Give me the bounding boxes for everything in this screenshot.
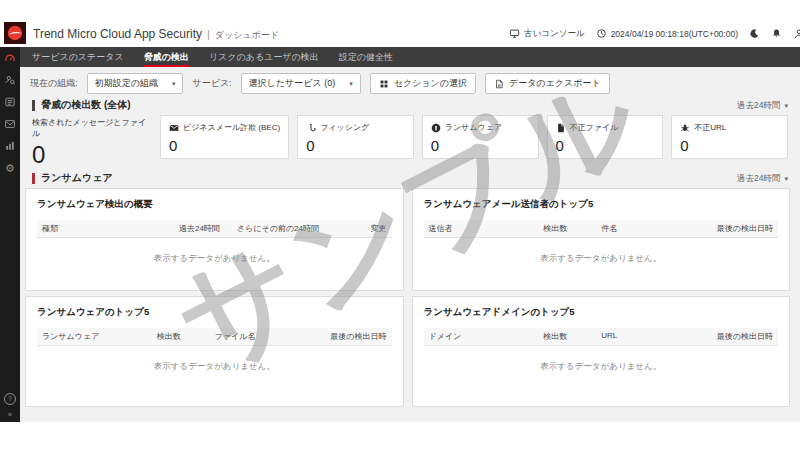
select-sections-button[interactable]: セクションの選択	[370, 73, 476, 94]
kpi-label: ランサムウェア	[445, 122, 502, 133]
collapse-icon[interactable]: »	[8, 411, 12, 419]
column-header: URL	[601, 331, 693, 342]
service-dropdown[interactable]: 選択したサービス (0) ▾	[241, 73, 361, 94]
ransomware-section-header: ランサムウェア	[32, 171, 113, 185]
console-monitor-icon	[509, 28, 520, 39]
export-data-button[interactable]: データのエクスポート	[485, 73, 610, 94]
column-header: ファイル名	[215, 331, 307, 342]
ransomware-icon	[431, 123, 441, 133]
column-header: 件名	[601, 223, 693, 234]
scanned-total-card: 検索されたメッセージとファイル 0	[32, 117, 154, 167]
tab-config-health[interactable]: 設定の健全性	[339, 47, 393, 67]
ransomware-time-range[interactable]: 過去24時間 ▾	[737, 173, 788, 185]
empty-state-message: 表示するデータがありません。	[424, 361, 779, 373]
malicious-url-icon	[680, 123, 690, 133]
panel-title: ランサムウェアドメインのトップ5	[424, 306, 779, 319]
notifications-bell-icon[interactable]	[771, 28, 782, 39]
kpi-card-bec: ビジネスメール詐欺 (BEC) 0	[160, 115, 289, 159]
threat-totals-title: 脅威の検出数 (全体)	[41, 98, 131, 112]
org-dropdown-value: 初期設定の組織	[95, 77, 158, 90]
filter-toolbar: 現在の組織: 初期設定の組織 ▾ サービス: 選択したサービス (0) ▾ セク…	[30, 73, 610, 94]
org-dropdown[interactable]: 初期設定の組織 ▾	[87, 73, 184, 94]
column-header: 過去24時間	[179, 223, 237, 234]
kpi-value: 0	[556, 138, 655, 153]
chevron-down-icon: ▾	[784, 175, 788, 183]
grid-icon	[379, 79, 389, 89]
column-header: 変更	[347, 223, 387, 234]
kpi-value: 0	[431, 138, 530, 153]
gear-icon[interactable]: ⚙	[5, 162, 15, 174]
column-header: 最後の検出日時	[693, 331, 773, 342]
chevron-down-icon: ▾	[349, 80, 353, 88]
old-console-label: 古いコンソール	[524, 28, 585, 40]
chevron-down-icon: ▾	[172, 80, 176, 88]
table-header-row: 種類 過去24時間 さらにその前の24時間 変更	[37, 220, 392, 238]
dashboard-content: 現在の組織: 初期設定の組織 ▾ サービス: 選択したサービス (0) ▾ セク…	[20, 67, 800, 422]
column-header: 最後の検出日時	[693, 223, 773, 234]
kpi-value: 0	[169, 138, 280, 153]
panel-top-ransomware-senders: ランサムウェアメール送信者のトップ5 送信者 検出数 件名 最後の検出日時 表示…	[412, 188, 791, 291]
user-search-icon[interactable]	[4, 74, 16, 86]
mail-trace-icon[interactable]	[4, 118, 16, 130]
threat-kpi-cards: ビジネスメール詐欺 (BEC) 0 フィッシング 0 ランサ	[160, 115, 788, 159]
table-header-row: ランサムウェア 検出数 ファイル名 最後の検出日時	[37, 328, 392, 346]
column-header: 最後の検出日時	[307, 331, 387, 342]
datetime-text: 2024/04/19 00:18:18(UTC+00:00)	[611, 29, 738, 39]
tab-service-status[interactable]: サービスのステータス	[32, 47, 124, 67]
account-person-icon[interactable]	[793, 28, 800, 39]
malicious-file-icon	[556, 123, 566, 133]
panel-ransomware-summary: ランサムウェア検出の概要 種類 過去24時間 さらにその前の24時間 変更 表示…	[25, 188, 404, 291]
kpi-label: ビジネスメール詐欺 (BEC)	[183, 122, 280, 133]
dashboard-icon[interactable]	[4, 52, 16, 64]
dashboard-nav: サービスのステータス 脅威の検出 リスクのあるユーザの検出 設定の健全性	[20, 47, 800, 67]
service-dropdown-value: 選択したサービス (0)	[249, 77, 336, 90]
kpi-label: フィッシング	[320, 122, 369, 133]
column-header: 検出数	[157, 331, 215, 342]
service-label: サービス:	[192, 77, 231, 90]
top-bar: Trend Micro Cloud App Security|ダッシュボード 古…	[0, 20, 800, 47]
kpi-card-phishing: フィッシング 0	[297, 115, 414, 159]
column-header: 検出数	[543, 223, 601, 234]
column-header: 種類	[42, 223, 179, 234]
tab-threat-detection[interactable]: 脅威の検出	[144, 47, 189, 67]
column-header: ドメイン	[429, 331, 544, 342]
kpi-card-malicious-url: 不正URL 0	[671, 115, 788, 159]
clock-icon	[596, 28, 607, 39]
export-document-icon	[494, 79, 504, 89]
report-icon[interactable]	[4, 140, 16, 152]
scanned-total-value: 0	[32, 143, 154, 167]
quarantine-list-icon[interactable]	[4, 96, 16, 108]
column-header: 送信者	[429, 223, 544, 234]
table-header-row: ドメイン 検出数 URL 最後の検出日時	[424, 328, 779, 346]
panel-top-ransomware-domains: ランサムウェアドメインのトップ5 ドメイン 検出数 URL 最後の検出日時 表示…	[412, 296, 791, 407]
column-header: さらにその前の24時間	[237, 223, 347, 234]
kpi-label: 不正URL	[694, 122, 726, 133]
time-range-label: 過去24時間	[737, 173, 780, 185]
select-sections-label: セクションの選択	[394, 77, 467, 90]
threat-totals-header: 脅威の検出数 (全体)	[32, 98, 131, 112]
empty-state-message: 表示するデータがありません。	[37, 361, 392, 373]
section-bar	[32, 100, 35, 111]
bec-email-icon	[169, 123, 179, 133]
help-icon[interactable]: ?	[4, 393, 16, 405]
threat-totals-time-range[interactable]: 過去24時間 ▾	[737, 100, 788, 112]
topbar-actions: 古いコンソール 2024/04/19 00:18:18(UTC+00:00)	[509, 20, 800, 47]
page-title: ダッシュボード	[215, 30, 279, 40]
org-label: 現在の組織:	[30, 77, 78, 90]
panel-title: ランサムウェアメール送信者のトップ5	[424, 198, 779, 211]
panel-title: ランサムウェア検出の概要	[37, 198, 392, 211]
tab-risky-users[interactable]: リスクのあるユーザの検出	[209, 47, 319, 67]
kpi-value: 0	[680, 138, 779, 153]
ransomware-section-title: ランサムウェア	[41, 171, 113, 185]
dark-mode-moon-icon[interactable]	[749, 28, 760, 39]
empty-state-message: 表示するデータがありません。	[424, 253, 779, 265]
trend-micro-logo-icon	[4, 22, 26, 44]
console-datetime: 2024/04/19 00:18:18(UTC+00:00)	[596, 28, 738, 39]
section-bar	[32, 173, 35, 184]
panel-title: ランサムウェアのトップ5	[37, 306, 392, 319]
phishing-hook-icon	[306, 123, 316, 133]
chevron-down-icon: ▾	[784, 102, 788, 110]
old-console-link[interactable]: 古いコンソール	[509, 28, 585, 40]
app-sidebar: ⚙ ? »	[0, 47, 20, 422]
empty-state-message: 表示するデータがありません。	[37, 253, 392, 265]
